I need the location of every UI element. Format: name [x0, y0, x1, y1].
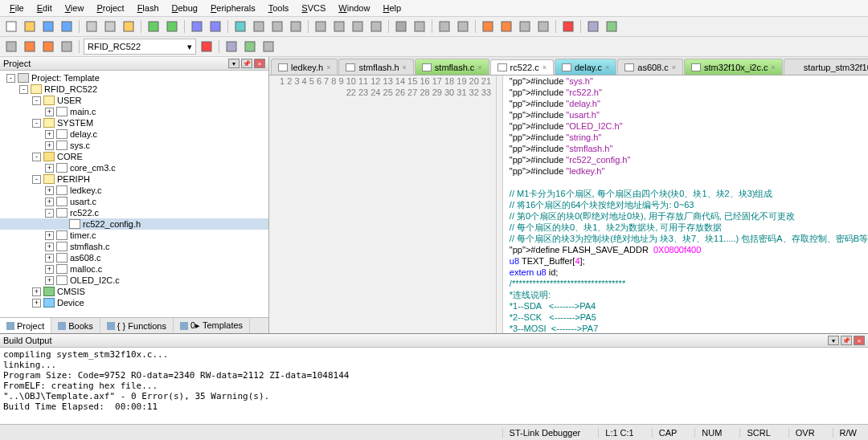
menu-window[interactable]: Window — [332, 2, 376, 14]
uncomment-button[interactable] — [368, 18, 384, 35]
expand-icon[interactable]: + — [45, 164, 54, 173]
close-icon[interactable]: × — [326, 63, 330, 71]
expand-icon[interactable]: - — [45, 209, 54, 218]
panel-dropdown-icon[interactable]: ▾ — [828, 336, 839, 345]
build-button[interactable] — [480, 18, 496, 35]
expand-icon[interactable]: - — [6, 74, 15, 83]
file-tab[interactable]: ledkey.h× — [271, 59, 338, 75]
cut-button[interactable] — [84, 18, 100, 35]
menu-tools[interactable]: Tools — [262, 2, 296, 14]
code-editor[interactable]: 1 2 3 4 5 6 7 8 9 10 11 12 13 14 15 16 1… — [269, 75, 868, 333]
panel-pin-icon[interactable]: 📌 — [241, 59, 252, 68]
close-icon[interactable]: × — [772, 63, 776, 71]
expand-icon[interactable]: + — [45, 231, 54, 240]
tree-node[interactable]: -RFID_RC522 — [0, 84, 268, 95]
expand-icon[interactable]: + — [32, 287, 41, 296]
panel-tab-project[interactable]: Project — [0, 318, 51, 333]
find-files-button[interactable] — [411, 18, 428, 35]
file-tab[interactable]: stmflash.h× — [338, 59, 413, 75]
bookmark-button[interactable] — [232, 18, 248, 35]
menu-help[interactable]: Help — [376, 2, 407, 14]
menu-svcs[interactable]: SVCS — [295, 2, 332, 14]
file-tab[interactable]: delay.c× — [555, 59, 616, 75]
expand-icon[interactable]: - — [32, 119, 41, 128]
nav-fwd-button[interactable] — [207, 18, 223, 35]
debug-tag1-button[interactable] — [436, 18, 452, 35]
close-icon[interactable]: × — [477, 63, 481, 71]
tree-node[interactable]: -Project: Template — [0, 72, 268, 84]
batch-button[interactable] — [517, 18, 533, 35]
tree-node[interactable]: +delay.c — [0, 128, 268, 140]
expand-icon[interactable]: + — [45, 130, 54, 139]
panel-pin-icon[interactable]: 📌 — [841, 336, 852, 345]
build-output-text[interactable]: compiling system_stm32f10x.c... linking.… — [0, 348, 868, 424]
panel-tab-functions[interactable]: { } Functions — [100, 318, 174, 333]
panel-close-icon[interactable]: × — [254, 59, 265, 68]
open-button[interactable] — [22, 18, 38, 35]
options-button[interactable] — [223, 39, 240, 55]
tree-node[interactable]: +CMSIS — [0, 286, 268, 297]
menu-project[interactable]: Project — [90, 2, 130, 14]
close-icon[interactable]: × — [542, 63, 547, 71]
close-icon[interactable]: × — [403, 63, 407, 71]
expand-icon[interactable]: + — [45, 186, 54, 195]
tree-node[interactable]: +OLED_I2C.c — [0, 275, 268, 286]
expand-icon[interactable]: + — [45, 254, 54, 263]
file-tab[interactable]: rc522.c× — [490, 59, 554, 75]
tree-node[interactable]: -rc522.c — [0, 207, 268, 218]
nav-back-button[interactable] — [189, 18, 205, 35]
find-button[interactable] — [393, 18, 409, 35]
download-button[interactable] — [199, 39, 215, 55]
expand-icon[interactable]: + — [45, 265, 54, 274]
file-tab[interactable]: stmflash.c× — [415, 59, 489, 75]
download-button[interactable] — [560, 18, 576, 35]
undo-button[interactable] — [145, 18, 162, 35]
comment-button[interactable] — [350, 18, 366, 35]
expand-icon[interactable]: + — [45, 108, 54, 116]
menu-flash[interactable]: Flash — [131, 2, 166, 14]
expand-icon[interactable]: + — [45, 276, 54, 285]
target-select[interactable]: RFID_RC522 ▾ — [84, 39, 196, 55]
batch-button[interactable] — [59, 39, 75, 55]
indent-r-button[interactable] — [331, 18, 347, 35]
tree-node[interactable]: +ledkey.c — [0, 185, 268, 196]
tree-node[interactable]: -CORE — [0, 151, 268, 162]
tree-node[interactable]: +sys.c — [0, 140, 268, 151]
panel-tab-books[interactable]: Books — [51, 318, 100, 333]
tree-node[interactable]: +core_cm3.c — [0, 162, 268, 173]
tree-node[interactable]: +stmflash.c — [0, 241, 268, 252]
expand-icon[interactable]: + — [45, 141, 54, 150]
manage-button[interactable] — [242, 39, 258, 55]
expand-icon[interactable]: - — [19, 85, 28, 94]
tree-node[interactable]: +malloc.c — [0, 263, 268, 275]
expand-icon[interactable]: - — [32, 153, 41, 161]
bm-next-button[interactable] — [269, 18, 285, 35]
panel-dropdown-icon[interactable]: ▾ — [228, 59, 240, 68]
translate-button[interactable] — [3, 39, 19, 55]
new-button[interactable] — [3, 18, 19, 35]
panel-tab-templates[interactable]: 0▸ Templates — [174, 318, 250, 333]
tree-node[interactable]: +main.c — [0, 106, 268, 117]
options-button[interactable] — [585, 18, 601, 35]
file-tab[interactable]: as608.c× — [617, 59, 683, 75]
expand-icon[interactable]: + — [45, 198, 54, 206]
menu-debug[interactable]: Debug — [166, 2, 204, 14]
books-button[interactable] — [260, 39, 276, 55]
source-text[interactable]: "pp">#include "sys.h" "pp">#include "rc5… — [503, 75, 868, 333]
file-tab[interactable]: startup_stm32f10x_md.s× — [784, 59, 868, 75]
bm-prev-button[interactable] — [251, 18, 267, 35]
expand-icon[interactable]: - — [32, 96, 41, 105]
indent-l-button[interactable] — [313, 18, 329, 35]
rebuild-button[interactable] — [40, 39, 56, 55]
menu-peripherals[interactable]: Peripherals — [204, 2, 262, 14]
save-button[interactable] — [40, 18, 56, 35]
tree-node[interactable]: -USER — [0, 95, 268, 106]
fold-column[interactable] — [497, 75, 503, 333]
save-all-button[interactable] — [59, 18, 75, 35]
menu-file[interactable]: File — [3, 2, 31, 14]
rebuild-button[interactable] — [498, 18, 514, 35]
manage-button[interactable] — [604, 18, 620, 35]
close-icon[interactable]: × — [672, 63, 676, 71]
copy-button[interactable] — [102, 18, 118, 35]
tree-node[interactable]: -PERIPH — [0, 173, 268, 185]
